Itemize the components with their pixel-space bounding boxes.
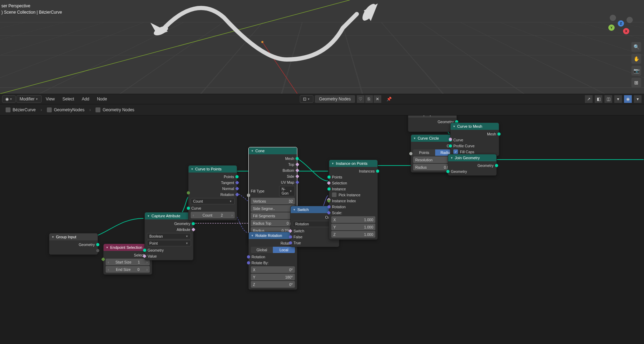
field-radius-top[interactable]: Radius Top0 m xyxy=(251,220,295,226)
node-editor[interactable]: ▾Group Input Geometry ▾Endpoint Selectio… xyxy=(0,115,644,344)
output-geometry[interactable]: Geometry xyxy=(408,119,457,125)
output-blank[interactable] xyxy=(408,125,457,131)
field-count[interactable]: ‹Count2› xyxy=(191,212,235,218)
tool-1-icon[interactable]: ↗ xyxy=(585,95,593,103)
gizmo-z[interactable]: Z xyxy=(618,20,624,27)
input-geometry[interactable]: Geometry xyxy=(448,168,496,174)
node-curve-to-mesh[interactable]: ▾Curve to Mesh Mesh Curve Profile Curve … xyxy=(450,122,499,156)
node-header[interactable]: ▾Curve to Mesh xyxy=(451,123,499,130)
field-end-size[interactable]: ‹End Size0› xyxy=(106,266,150,273)
node-header[interactable]: ▾Join Geometry xyxy=(448,154,496,161)
field-x[interactable]: X0° xyxy=(251,266,295,273)
select-fill[interactable]: N-Gon▾ xyxy=(279,186,295,196)
node-header[interactable]: ▾Capture Attribute xyxy=(145,212,193,219)
nodetree-browse[interactable]: ⊡▾ xyxy=(300,95,313,103)
move-icon[interactable]: ✋ xyxy=(631,54,641,64)
fake-user-icon[interactable]: ♡ xyxy=(356,95,365,103)
input-instance-index[interactable]: Instance Index xyxy=(329,198,377,204)
axis-gizmo[interactable]: Z Y X xyxy=(606,10,634,38)
menu-view[interactable]: View xyxy=(42,95,58,103)
pin-icon[interactable]: 📌 xyxy=(383,95,395,103)
duplicate-icon[interactable]: ⎘ xyxy=(365,95,373,103)
toggle-space[interactable]: GlobalLocal xyxy=(251,247,295,253)
node-header[interactable]: ▾Cone xyxy=(249,147,297,154)
output-geometry[interactable]: Geometry xyxy=(448,162,496,168)
node-rotate-rotation[interactable]: ▾Rotate Rotation Rotation GlobalLocal Ro… xyxy=(248,232,297,290)
output-rotation[interactable]: Rotation xyxy=(189,191,237,197)
output-blank[interactable] xyxy=(49,247,98,253)
node-instance-on-points[interactable]: ▾Instance on Points Instances Points Sel… xyxy=(329,160,378,240)
menu-select[interactable]: Select xyxy=(59,95,77,103)
field-scale-z[interactable]: Z1.000 xyxy=(331,231,375,238)
node-header[interactable]: ▾Curve to Points xyxy=(189,166,237,173)
input-curve[interactable]: Curve xyxy=(451,137,499,143)
field-vertices[interactable]: Vertices32 xyxy=(251,198,295,204)
node-header[interactable]: ▾Instance on Points xyxy=(329,160,377,167)
input-rotation[interactable]: Rotation xyxy=(329,204,377,210)
tool-2-icon[interactable]: ◧ xyxy=(594,95,603,103)
breadcrumb-modifier[interactable]: GeometryNodes xyxy=(45,106,86,113)
select-mode[interactable]: Count▾ xyxy=(191,198,235,204)
breadcrumb-nodetree[interactable]: Geometry Nodes xyxy=(93,106,136,113)
field-side-seg[interactable]: Side Segme..1 xyxy=(251,205,295,212)
node-group-input-2[interactable]: ▾Group Input Geometry xyxy=(408,115,457,132)
output-geometry[interactable]: Geometry xyxy=(49,241,98,247)
output-side[interactable]: Side xyxy=(249,173,297,179)
unlink-icon[interactable]: ✕ xyxy=(373,95,382,103)
tool-3-icon[interactable]: ◫ xyxy=(604,95,613,103)
field-scale-x[interactable]: X1.000 xyxy=(331,216,375,223)
gizmo-x[interactable]: X xyxy=(623,28,629,34)
output-uvmap[interactable]: UV Map xyxy=(249,179,297,185)
select-data-type[interactable]: Boolean▾ xyxy=(147,233,191,239)
node-join-geometry[interactable]: ▾Join Geometry Geometry Geometry xyxy=(448,154,497,176)
output-geometry[interactable]: Geometry xyxy=(145,220,193,226)
breadcrumb-object[interactable]: BézierCurve xyxy=(3,106,38,113)
nodetree-name[interactable]: Geometry Nodes xyxy=(315,95,355,103)
modifier-dropdown[interactable]: Modifier▾ xyxy=(16,95,42,103)
output-points[interactable]: Points xyxy=(189,174,237,180)
output-attribute[interactable]: Attribute xyxy=(145,226,193,232)
chevron-right-icon: › xyxy=(41,107,42,112)
output-top[interactable]: Top xyxy=(249,161,297,167)
output-tangent[interactable]: Tangent xyxy=(189,180,237,185)
viewport-3d[interactable]: ser Perspective ) Scene Collection | Béz… xyxy=(0,0,644,94)
overlay-icon[interactable]: ◉ xyxy=(624,95,632,103)
snap-dropdown[interactable]: ▾ xyxy=(614,95,622,103)
output-instances[interactable]: Instances xyxy=(329,168,377,174)
menu-add[interactable]: Add xyxy=(78,95,93,103)
input-rotation[interactable]: Rotation xyxy=(249,254,297,260)
node-capture-attribute[interactable]: ▾Capture Attribute Geometry Attribute Bo… xyxy=(144,212,193,260)
gizmo-y[interactable]: Y xyxy=(608,24,615,31)
gizmo-neg-x[interactable] xyxy=(610,15,616,21)
node-header[interactable]: ▾Group Input xyxy=(49,233,98,240)
output-bottom[interactable]: Bottom xyxy=(249,167,297,173)
viewport-tools: 🔍 ✋ 📷 ⊞ xyxy=(631,42,641,87)
menu-node[interactable]: Node xyxy=(93,95,111,103)
input-curve[interactable]: Curve xyxy=(189,205,237,211)
node-curve-to-points[interactable]: ▾Curve to Points Points Tangent Normal R… xyxy=(188,165,237,220)
overlay-dropdown[interactable]: ▾ xyxy=(634,95,642,103)
field-z[interactable]: Z0° xyxy=(251,281,295,288)
input-geometry[interactable]: Geometry xyxy=(145,247,193,253)
input-points[interactable]: Points xyxy=(329,174,377,180)
input-selection[interactable]: Selection xyxy=(329,180,377,186)
gizmo-neg-y[interactable] xyxy=(627,17,633,23)
input-true[interactable]: True xyxy=(291,240,339,246)
field-fill-seg[interactable]: Fill Segments1 xyxy=(251,212,295,219)
output-mesh[interactable]: Mesh xyxy=(249,155,297,161)
output-normal[interactable]: Normal xyxy=(189,185,237,191)
editor-type-dropdown[interactable]: ◉▾ xyxy=(2,95,16,103)
select-domain[interactable]: Point▾ xyxy=(147,240,191,246)
input-instance[interactable]: Instance xyxy=(329,186,377,192)
node-group-input[interactable]: ▾Group Input Geometry xyxy=(49,233,98,255)
field-scale-y[interactable]: Y1.000 xyxy=(331,224,375,230)
output-mesh[interactable]: Mesh xyxy=(451,131,499,137)
field-y[interactable]: Y180° xyxy=(251,274,295,280)
zoom-icon[interactable]: 🔍 xyxy=(631,42,641,52)
input-profile[interactable]: Profile Curve xyxy=(451,143,499,149)
camera-icon[interactable]: 📷 xyxy=(631,66,641,76)
perspective-icon[interactable]: ⊞ xyxy=(631,78,641,87)
field-start-size[interactable]: ‹Start Size1› xyxy=(106,259,150,265)
input-pick-instance[interactable]: Pick Instance xyxy=(329,192,377,198)
input-value[interactable]: Value xyxy=(145,253,193,259)
